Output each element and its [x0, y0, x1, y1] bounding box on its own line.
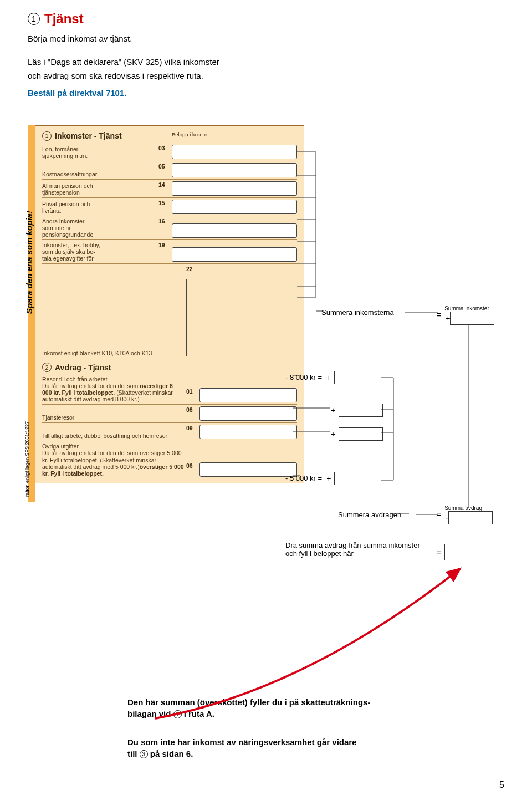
intro-line-2b: och avdrag som ska redovisas i respektiv… [28, 70, 504, 81]
sum-incomes-box[interactable] [450, 312, 494, 325]
plus-sign: + [325, 474, 331, 483]
worksheet: Spara den ena som kopia! ration enligt l… [28, 125, 504, 502]
bottom-p2b: till [127, 749, 140, 758]
form-row: Tillfälligt arbete, dubbel bosättning oc… [42, 422, 297, 441]
row-code: 22 [186, 264, 193, 277]
calc-box-08[interactable] [339, 404, 383, 417]
form-row: Lön, förmåner, sjukpenning m.m.03 [42, 143, 297, 161]
row-label: Allmän pension och tjänstepension [42, 181, 158, 197]
calc-box-06[interactable] [334, 472, 378, 485]
row-code: 03 [158, 143, 172, 151]
calc-box-09[interactable] [339, 427, 383, 441]
ref-circle-3: 3 [140, 750, 148, 758]
plus-sign: + [330, 430, 335, 439]
row-label: Andra inkomster som inte är pensionsgrun… [42, 216, 158, 239]
bottom-instructions: Den här summan (överskottet) fyller du i… [127, 696, 449, 760]
form-row: Inkomster, t.ex. hobby, som du själv ska… [42, 239, 297, 263]
bottom-p1b: bilagan vid [127, 709, 173, 718]
belopp-header: Belopp i kronor [158, 131, 207, 143]
row-code: 15 [158, 198, 172, 206]
sum-incomes-box-label: Summa inkomster [444, 305, 494, 312]
amount-field[interactable] [200, 425, 297, 439]
row-label: Inkomst enligt blankett K10, K10A och K1… [42, 348, 186, 358]
equals-sign: = [437, 310, 441, 319]
plus-sign: + [325, 373, 331, 382]
row-code: 09 [186, 423, 200, 431]
row-code: 06 [186, 461, 200, 469]
form-row: Allmän pension och tjänstepension14 [42, 179, 297, 197]
form-row: Resor till och från arbetetDu får avdrag… [42, 374, 297, 404]
subtract-instruction-2: och fyll i beloppet här [285, 549, 354, 558]
amount-field[interactable] [172, 181, 297, 196]
row-code: 05 [158, 161, 172, 170]
row-label: Tillfälligt arbete, dubbel bosättning oc… [42, 431, 186, 441]
side-text-spara: Spara den ena som kopia! [24, 211, 34, 314]
form-row: Kostnadsersättningar05 [42, 161, 297, 179]
form-box: 1 Inkomster - Tjänst Belopp i kronor Lön… [35, 125, 304, 483]
section2-title: Avdrag - Tjänst [55, 363, 111, 372]
row-code: 14 [158, 180, 172, 188]
side-text-law: ration enligt lagen SFS 2001:1227 [24, 421, 30, 497]
amount-field[interactable] [172, 145, 297, 159]
equals-sign: = [437, 510, 441, 519]
row-label: Tjänsteresor [42, 412, 186, 422]
sum-deductions-box[interactable] [448, 511, 493, 524]
row-code: 08 [186, 405, 200, 413]
plus-sign: + [444, 314, 450, 323]
sum-deductions-label: Summera avdragen [338, 511, 401, 519]
row-code: 01 [186, 386, 200, 395]
row-code: 16 [158, 216, 172, 225]
row-label: Privat pension och livränta [42, 199, 158, 216]
intro-line-2a: Läs i "Dags att deklarera" (SKV 325) vil… [28, 57, 504, 68]
bottom-p2a: Du som inte har inkomst av näringsverksa… [127, 737, 356, 747]
bottom-p1a: Den här summan (överskottet) fyller du i… [127, 697, 370, 707]
amount-field[interactable] [172, 223, 297, 238]
amount-field[interactable] [200, 462, 297, 477]
amount-field[interactable] [172, 247, 297, 262]
order-link[interactable]: Beställ på direktval 7101. [28, 88, 504, 98]
row-label: Lön, förmåner, sjukpenning m.m. [42, 144, 158, 161]
form-row: Privat pension och livränta15 [42, 197, 297, 216]
bottom-p1c: i ruta A. [184, 709, 214, 718]
bottom-p2c: på sidan 6. [150, 749, 193, 758]
plus-sign: + [330, 406, 335, 415]
form-row: Inkomst enligt blankett K10, K10A och K1… [42, 263, 297, 358]
minus-sign: - [444, 513, 448, 522]
calc-box-01[interactable] [334, 371, 378, 384]
intro-text: Börja med inkomst av tjänst. Läs i "Dags… [28, 33, 504, 81]
amount-field[interactable] [172, 163, 297, 177]
equals-sign: = [437, 548, 441, 557]
sum-incomes-label: Summera inkomsterna [321, 308, 394, 317]
row-label: Kostnadsersättningar [42, 169, 158, 179]
ref-circle-1: 1 [173, 710, 182, 718]
section-number-circle: 1 [28, 13, 40, 25]
page-number: 5 [499, 780, 504, 790]
amount-field[interactable] [200, 388, 297, 402]
result-box[interactable] [444, 544, 493, 560]
amount-field[interactable] [200, 406, 297, 421]
minus-5000-label: - 5 000 kr = [285, 474, 322, 482]
form-row: Andra inkomster som inte är pensionsgrun… [42, 216, 297, 239]
sum-deductions-box-label: Summa avdrag [444, 505, 493, 511]
minus-8000-label: - 8 000 kr = [285, 373, 322, 381]
form-row: Övriga utgifterDu får avdrag endast för … [42, 441, 297, 478]
row-label: Övriga utgifterDu får avdrag endast för … [42, 441, 186, 478]
form-row: Tjänsteresor08 [42, 404, 297, 422]
row-label: Resor till och från arbetetDu får avdrag… [42, 374, 186, 404]
page-title: Tjänst [44, 11, 84, 27]
section1-title: Inkomster - Tjänst [55, 131, 122, 140]
intro-line-1: Börja med inkomst av tjänst. [28, 33, 504, 44]
section2-circle: 2 [42, 363, 52, 372]
row-code: 19 [158, 240, 172, 248]
amount-field[interactable] [172, 200, 297, 214]
amount-field[interactable] [186, 279, 187, 356]
section1-circle: 1 [42, 131, 52, 141]
subtract-instruction-1: Dra summa avdrag från summa inkomster [285, 541, 420, 549]
row-label: Inkomster, t.ex. hobby, som du själv ska… [42, 240, 158, 263]
